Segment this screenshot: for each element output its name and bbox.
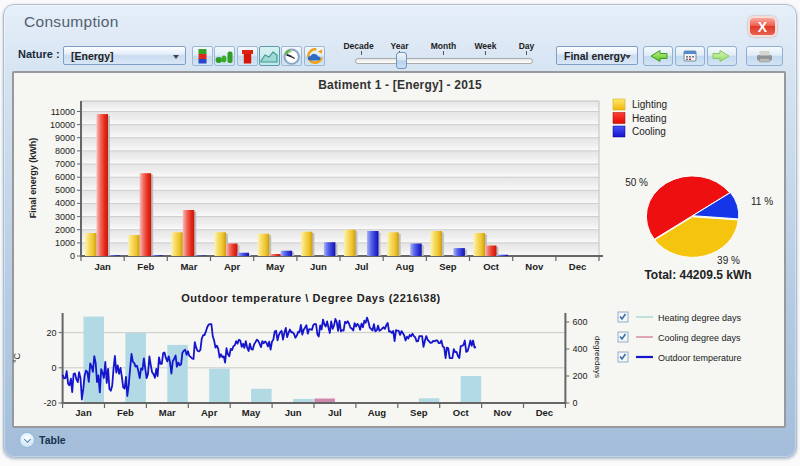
- svg-text:Aug: Aug: [368, 407, 387, 418]
- svg-text:Jul: Jul: [355, 261, 369, 272]
- svg-text:20: 20: [47, 328, 57, 338]
- svg-text:9000: 9000: [55, 133, 75, 143]
- svg-text:8000: 8000: [55, 146, 75, 156]
- svg-text:39 %: 39 %: [717, 255, 740, 266]
- svg-text:Jan: Jan: [94, 261, 111, 272]
- svg-text:Final energy (kWh): Final energy (kWh): [28, 138, 38, 219]
- svg-text:50 %: 50 %: [625, 177, 648, 188]
- svg-text:Apr: Apr: [201, 407, 218, 418]
- svg-text:Mar: Mar: [180, 261, 197, 272]
- svg-text:5000: 5000: [55, 185, 75, 195]
- svg-text:Dec: Dec: [536, 407, 553, 418]
- svg-text:200: 200: [572, 371, 587, 381]
- svg-text:Cooling: Cooling: [632, 126, 666, 137]
- svg-text:0: 0: [70, 251, 75, 261]
- svg-text:Dec: Dec: [569, 261, 586, 272]
- svg-text:10000: 10000: [50, 120, 75, 130]
- svg-text:degreedays: degreedays: [593, 336, 602, 378]
- svg-text:Sep: Sep: [439, 261, 457, 272]
- svg-text:Apr: Apr: [224, 261, 241, 272]
- svg-text:Oct: Oct: [453, 407, 470, 418]
- svg-text:May: May: [266, 261, 285, 272]
- svg-text:Nov: Nov: [494, 407, 513, 418]
- svg-text:Heating degree days: Heating degree days: [658, 313, 742, 323]
- svg-text:3000: 3000: [55, 212, 75, 222]
- svg-text:Heating: Heating: [632, 113, 666, 124]
- svg-text:Batiment 1 - [Energy] - 2015: Batiment 1 - [Energy] - 2015: [318, 78, 482, 92]
- svg-text:Mar: Mar: [159, 407, 176, 418]
- svg-text:Jun: Jun: [285, 407, 302, 418]
- svg-text:6000: 6000: [55, 172, 75, 182]
- svg-text:Total: 44209.5 kWh: Total: 44209.5 kWh: [644, 268, 751, 282]
- svg-text:600: 600: [572, 317, 587, 327]
- svg-text:11000: 11000: [51, 107, 75, 117]
- svg-text:Outdoor temperature: Outdoor temperature: [658, 353, 742, 363]
- svg-text:Oct: Oct: [483, 261, 500, 272]
- svg-text:Nov: Nov: [525, 261, 544, 272]
- svg-text:7000: 7000: [55, 159, 75, 169]
- svg-text:2000: 2000: [55, 225, 75, 235]
- svg-text:1000: 1000: [55, 238, 75, 248]
- svg-text:Lighting: Lighting: [632, 99, 667, 110]
- svg-text:-20: -20: [44, 398, 57, 408]
- svg-text:Jan: Jan: [75, 407, 92, 418]
- svg-text:Feb: Feb: [117, 407, 134, 418]
- svg-text:May: May: [242, 407, 261, 418]
- svg-text:Feb: Feb: [137, 261, 154, 272]
- svg-text:Cooling degree days: Cooling degree days: [658, 333, 741, 343]
- svg-text:400: 400: [572, 344, 587, 354]
- svg-text:°C: °C: [12, 352, 22, 363]
- svg-text:Outdoor temperature \ Degree D: Outdoor temperature \ Degree Days (2216\…: [181, 292, 441, 304]
- svg-text:0: 0: [52, 363, 57, 373]
- svg-text:Aug: Aug: [396, 261, 415, 272]
- svg-text:4000: 4000: [55, 198, 75, 208]
- svg-text:Jul: Jul: [328, 407, 342, 418]
- svg-text:0: 0: [572, 398, 577, 408]
- svg-text:Sep: Sep: [410, 407, 428, 418]
- svg-text:11 %: 11 %: [751, 196, 773, 207]
- svg-text:Jun: Jun: [310, 261, 327, 272]
